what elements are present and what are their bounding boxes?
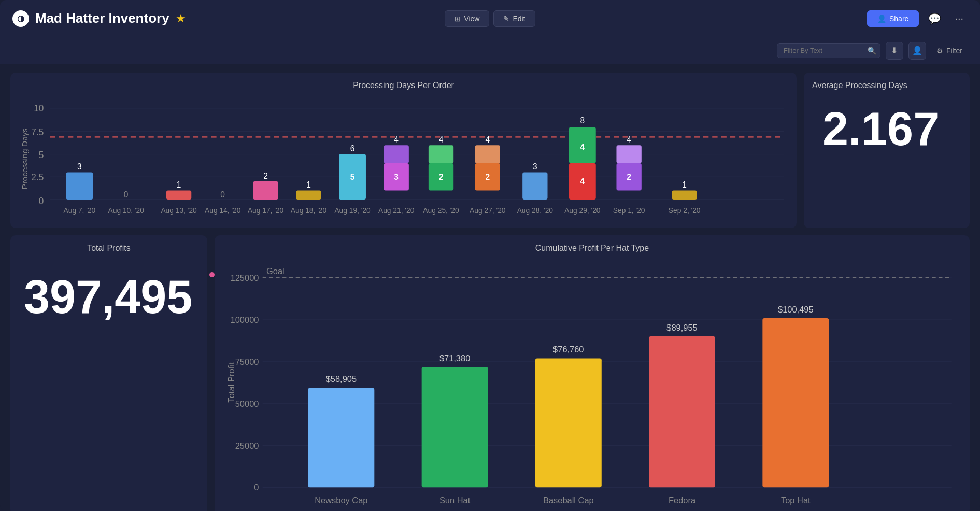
filter-button[interactable]: ⚙ Filter: [931, 44, 968, 58]
svg-text:8: 8: [580, 116, 585, 125]
svg-rect-61: [672, 191, 697, 200]
svg-rect-82: [422, 367, 488, 487]
svg-text:4: 4: [439, 135, 444, 144]
svg-rect-88: [649, 336, 715, 487]
cumulative-chart-svg: 0 25000 50000 75000 100000 125000 Total …: [223, 258, 961, 506]
svg-text:Aug 28, '20: Aug 28, '20: [517, 206, 553, 215]
svg-text:Goal: Goal: [266, 266, 285, 276]
comment-button[interactable]: 💬: [924, 10, 945, 27]
filter-icon: ⚙: [936, 47, 943, 55]
svg-text:Aug 21, '20: Aug 21, '20: [378, 206, 415, 215]
svg-rect-47: [522, 173, 547, 200]
svg-text:4: 4: [394, 135, 399, 144]
svg-text:Aug 25, '20: Aug 25, '20: [423, 206, 459, 215]
svg-rect-43: [475, 145, 500, 163]
svg-text:10: 10: [34, 103, 44, 113]
svg-text:50000: 50000: [235, 399, 259, 408]
processing-days-panel: Processing Days Per Order 10 7.5 5 2.5 0…: [10, 73, 797, 228]
svg-text:Fedora: Fedora: [669, 495, 696, 505]
svg-text:Aug 27, '20: Aug 27, '20: [470, 206, 506, 215]
svg-text:75000: 75000: [235, 357, 259, 366]
filter-text-input[interactable]: [777, 43, 880, 58]
share-icon: 👤: [877, 15, 886, 23]
svg-text:Aug 10, '20: Aug 10, '20: [108, 206, 145, 215]
view-icon: ⊞: [455, 15, 461, 23]
svg-text:1: 1: [682, 180, 687, 189]
edit-icon: ✎: [503, 15, 509, 23]
svg-rect-57: [616, 145, 641, 163]
svg-text:$71,380: $71,380: [439, 353, 470, 363]
svg-text:3: 3: [394, 172, 399, 181]
svg-rect-38: [429, 145, 453, 163]
svg-text:Aug 19, '20: Aug 19, '20: [334, 206, 371, 215]
svg-rect-91: [762, 318, 829, 487]
svg-text:125000: 125000: [231, 273, 259, 282]
toolbar: 🔍 ⬇ 👤 ⚙ Filter: [0, 37, 980, 64]
svg-text:0: 0: [220, 190, 225, 199]
avg-processing-value: 2.167: [812, 106, 939, 152]
svg-text:7.5: 7.5: [31, 127, 44, 137]
cumulative-profit-panel: Cumulative Profit Per Hat Type 0 25000 5…: [215, 235, 970, 511]
total-profits-panel: Total Profits 397,495: [10, 235, 207, 511]
svg-text:Aug 13, '20: Aug 13, '20: [161, 206, 197, 215]
svg-text:Total Profit: Total Profit: [226, 362, 236, 403]
svg-text:$76,760: $76,760: [553, 345, 584, 354]
svg-text:Aug 14, '20: Aug 14, '20: [205, 206, 241, 215]
svg-text:Top Hat: Top Hat: [781, 495, 811, 505]
top-row: Processing Days Per Order 10 7.5 5 2.5 0…: [10, 73, 970, 228]
svg-rect-79: [308, 388, 374, 488]
app-title: Mad Hatter Inventory: [35, 10, 169, 26]
svg-text:0: 0: [39, 196, 44, 206]
svg-text:$89,955: $89,955: [666, 323, 697, 332]
svg-text:Sep 2, '20: Sep 2, '20: [669, 206, 701, 215]
more-options-button[interactable]: ···: [950, 10, 968, 26]
svg-rect-85: [535, 358, 602, 487]
svg-text:Aug 29, '20: Aug 29, '20: [564, 206, 601, 215]
svg-text:3: 3: [77, 162, 82, 171]
avg-processing-title: Average Processing Days: [812, 81, 907, 90]
processing-chart-title: Processing Days Per Order: [19, 81, 788, 90]
svg-text:Aug 17, '20: Aug 17, '20: [248, 206, 284, 215]
svg-text:2: 2: [439, 172, 444, 181]
svg-text:2: 2: [627, 172, 631, 181]
svg-text:Processing Days: Processing Days: [20, 128, 29, 189]
svg-text:$100,495: $100,495: [778, 305, 814, 314]
main-content: Processing Days Per Order 10 7.5 5 2.5 0…: [0, 64, 980, 511]
filter-input-wrap: 🔍: [777, 43, 880, 58]
total-profits-value: 397,495: [19, 274, 199, 320]
svg-text:4: 4: [485, 135, 490, 144]
svg-text:Newsboy Cap: Newsboy Cap: [315, 495, 367, 505]
header-right: 👤 Share 💬 ···: [535, 10, 968, 27]
edit-button[interactable]: ✎ Edit: [493, 10, 535, 27]
svg-text:2: 2: [485, 172, 490, 181]
svg-text:100000: 100000: [231, 315, 259, 324]
svg-rect-22: [253, 181, 278, 200]
svg-text:5: 5: [350, 172, 355, 181]
view-button[interactable]: ⊞ View: [445, 10, 489, 27]
svg-text:Baseball Cap: Baseball Cap: [543, 495, 594, 505]
svg-rect-12: [66, 173, 93, 200]
user-button[interactable]: 👤: [908, 42, 926, 60]
svg-text:4: 4: [580, 143, 585, 151]
share-button[interactable]: 👤 Share: [867, 10, 919, 27]
svg-text:2: 2: [263, 172, 268, 180]
svg-text:25000: 25000: [235, 441, 259, 450]
bottom-row: Total Profits 397,495 Cumulative Profit …: [10, 235, 970, 511]
avg-processing-panel: Average Processing Days 2.167: [804, 73, 970, 228]
svg-text:1: 1: [306, 180, 311, 189]
svg-rect-17: [166, 191, 191, 200]
svg-text:Aug 18, '20: Aug 18, '20: [291, 206, 327, 215]
svg-text:Sep 1, '20: Sep 1, '20: [613, 206, 645, 215]
svg-text:Sun Hat: Sun Hat: [439, 495, 471, 505]
svg-text:2.5: 2.5: [31, 172, 44, 182]
svg-text:6: 6: [350, 144, 355, 153]
svg-text:4: 4: [580, 177, 585, 186]
svg-rect-33: [384, 145, 409, 163]
star-icon[interactable]: ★: [176, 12, 186, 25]
logo-icon: ◑: [12, 10, 29, 27]
download-button[interactable]: ⬇: [886, 42, 903, 60]
svg-text:0: 0: [124, 190, 129, 199]
processing-chart-svg: 10 7.5 5 2.5 0 Processing Days: [19, 95, 788, 267]
header-left: ◑ Mad Hatter Inventory ★: [12, 10, 445, 27]
svg-rect-25: [296, 191, 321, 200]
